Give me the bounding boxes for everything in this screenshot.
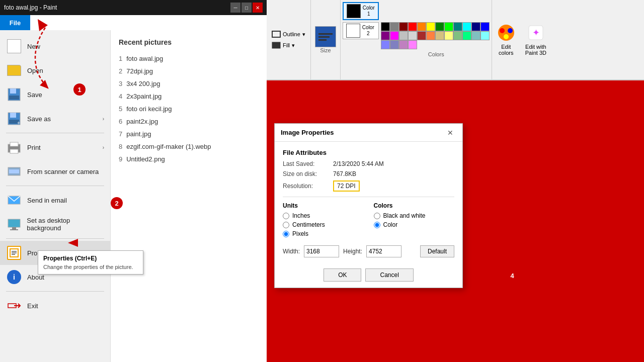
inches-label: Inches	[292, 212, 310, 219]
units-colors-row: Units Inches Centimeters Pixels	[283, 202, 454, 239]
height-label: Height:	[343, 248, 362, 255]
color-label: Color	[383, 221, 398, 228]
height-input[interactable]	[366, 245, 401, 257]
resolution-label: Resolution:	[283, 183, 333, 190]
inches-radio[interactable]	[283, 213, 289, 219]
inches-radio-row: Inches	[283, 212, 364, 219]
resolution-value: 72 DPI	[333, 180, 360, 192]
pixels-radio[interactable]	[283, 231, 289, 237]
dialog-body: File Attributes Last Saved: 2/13/2020 5:…	[275, 142, 462, 264]
dialog-titlebar: Image Properties ✕	[275, 124, 462, 142]
units-column: Units Inches Centimeters Pixels	[283, 202, 364, 239]
width-input[interactable]	[304, 245, 339, 257]
size-on-disk-value: 767.8KB	[333, 170, 356, 177]
dialog-title: Image Properties	[281, 129, 444, 136]
default-button[interactable]: Default	[420, 245, 454, 257]
image-properties-dialog: Image Properties ✕ File Attributes Last …	[274, 123, 463, 288]
ok-button[interactable]: OK	[324, 268, 361, 282]
resolution-row: Resolution: 72 DPI	[283, 180, 454, 192]
colors-col-label: Colors	[374, 202, 455, 209]
size-on-disk-row: Size on disk: 767.8KB	[283, 170, 454, 177]
size-on-disk-label: Size on disk:	[283, 170, 333, 177]
dialog-overlay: Image Properties ✕ File Attributes Last …	[0, 0, 644, 362]
dialog-close-button[interactable]: ✕	[444, 127, 456, 139]
last-saved-label: Last Saved:	[283, 160, 333, 167]
units-label: Units	[283, 202, 364, 209]
dialog-divider	[283, 197, 454, 197]
last-saved-row: Last Saved: 2/13/2020 5:44 AM	[283, 160, 454, 167]
pixels-label: Pixels	[292, 230, 308, 237]
pixels-radio-row: Pixels	[283, 230, 364, 237]
dialog-footer: OK Cancel	[275, 264, 462, 288]
cancel-button[interactable]: Cancel	[365, 268, 413, 282]
dimensions-row: Width: Height: Default	[283, 245, 454, 257]
black-white-label: Black and white	[383, 212, 426, 219]
color-radio[interactable]	[374, 222, 380, 228]
centimeters-radio[interactable]	[283, 222, 289, 228]
centimeters-label: Centimeters	[292, 221, 325, 228]
colors-column: Colors Black and white Color	[374, 202, 455, 239]
color-radio-row: Color	[374, 221, 455, 228]
file-attributes-label: File Attributes	[283, 149, 454, 156]
centimeters-radio-row: Centimeters	[283, 221, 364, 228]
last-saved-value: 2/13/2020 5:44 AM	[333, 160, 384, 167]
width-label: Width:	[283, 248, 300, 255]
black-white-radio[interactable]	[374, 213, 380, 219]
black-white-radio-row: Black and white	[374, 212, 455, 219]
